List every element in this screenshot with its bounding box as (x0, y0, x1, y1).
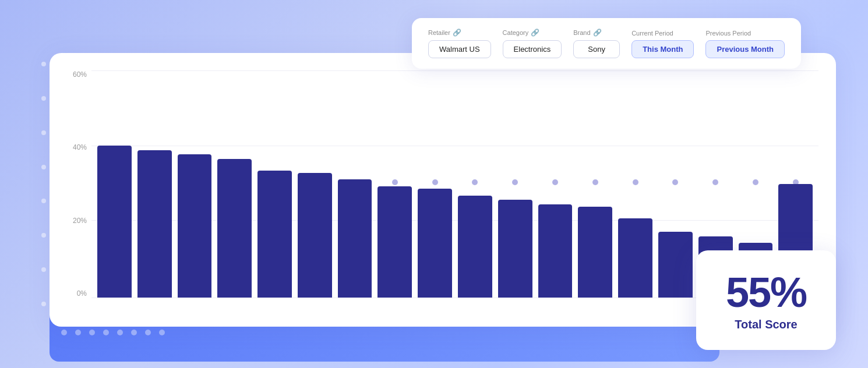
current-period-button[interactable]: This Month (631, 40, 694, 58)
category-filter-group: Category 🔗 Electronics (503, 29, 562, 58)
category-label: Category 🔗 (503, 29, 562, 37)
filter-card: Retailer 🔗 Walmart US Category 🔗 Electro… (412, 18, 801, 69)
bar-group (137, 70, 172, 298)
bar-rect (498, 200, 532, 298)
bar-dot (753, 179, 758, 185)
bar-dot (472, 179, 478, 185)
category-button[interactable]: Electronics (503, 40, 562, 58)
brand-filter-group: Brand 🔗 Sony (573, 29, 620, 58)
bar-dot (633, 179, 638, 185)
bar-group (298, 70, 332, 298)
score-label: Total Score (724, 318, 808, 331)
bar-dot (432, 179, 438, 185)
left-dot (41, 302, 46, 306)
previous-period-button[interactable]: Previous Month (705, 40, 785, 58)
bottom-dot (145, 330, 151, 335)
bar-group (498, 70, 532, 298)
bar-rect (618, 218, 652, 298)
bar-group (578, 70, 612, 298)
retailer-filter-group: Retailer 🔗 Walmart US (428, 29, 491, 58)
bar-rect (538, 204, 573, 298)
bar-group (338, 70, 372, 298)
bar-rect (298, 173, 332, 298)
bar-group (418, 70, 452, 298)
left-dot (41, 165, 46, 169)
bar-rect (658, 232, 693, 298)
left-dot (41, 130, 46, 135)
bar-rect (578, 207, 612, 298)
score-card: 55% Total Score (696, 250, 836, 350)
current-period-label: Current Period (631, 30, 694, 37)
retailer-button[interactable]: Walmart US (428, 40, 491, 58)
bottom-dot (131, 330, 137, 335)
brand-button[interactable]: Sony (573, 40, 620, 58)
left-dot (41, 233, 46, 238)
y-axis: 60% 40% 20% 0% (67, 70, 91, 298)
left-dot (41, 199, 46, 203)
bar-rect (217, 159, 252, 298)
link-icon: 🔗 (531, 29, 539, 37)
bar-dot (512, 179, 518, 185)
brand-label: Brand 🔗 (573, 29, 620, 37)
bar-rect (377, 186, 412, 298)
bar-group (377, 70, 412, 298)
bar-group (658, 70, 693, 298)
bar-dot (712, 179, 718, 185)
bar-group (538, 70, 573, 298)
bottom-dot (103, 330, 109, 335)
bottom-dot (117, 330, 123, 335)
bottom-dot (61, 330, 67, 335)
bar-dot (672, 179, 678, 185)
bottom-dot (89, 330, 95, 335)
bar-rect (137, 150, 172, 298)
bottom-dots (61, 330, 165, 335)
bar-group (97, 70, 132, 298)
link-icon: 🔗 (593, 29, 602, 37)
bar-rect (418, 189, 452, 298)
y-label-20: 20% (73, 217, 87, 225)
bar-group (618, 70, 652, 298)
bar-rect (178, 154, 212, 298)
y-label-40: 40% (73, 143, 87, 151)
previous-period-filter-group: Previous Period Previous Month (705, 30, 785, 58)
current-period-filter-group: Current Period This Month (631, 30, 694, 58)
left-dot (41, 62, 46, 66)
bar-rect (97, 146, 132, 298)
left-dot (41, 267, 46, 272)
bar-rect (338, 179, 372, 298)
bottom-dot (159, 330, 165, 335)
y-label-0: 0% (77, 289, 87, 298)
link-icon: 🔗 (453, 29, 461, 37)
main-wrapper: Retailer 🔗 Walmart US Category 🔗 Electro… (32, 18, 836, 350)
bar-rect (257, 171, 292, 298)
bar-dot (392, 179, 398, 185)
bar-group (257, 70, 292, 298)
bar-dot (592, 179, 598, 185)
bar-group (217, 70, 252, 298)
bar-dot (552, 179, 558, 185)
score-value: 55% (724, 271, 808, 313)
bar-group (178, 70, 212, 298)
bottom-dot (75, 330, 81, 335)
left-dot (41, 96, 46, 101)
previous-period-label: Previous Period (705, 30, 785, 37)
bar-group (458, 70, 492, 298)
retailer-label: Retailer 🔗 (428, 29, 491, 37)
bar-rect (458, 196, 492, 298)
y-label-60: 60% (73, 70, 87, 79)
